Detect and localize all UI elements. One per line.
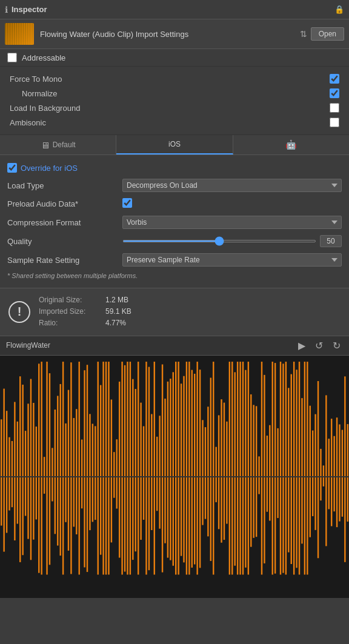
override-row: Override for iOS [7,160,342,176]
waveform-section [0,356,349,598]
quality-slider-wrap: 50 [122,235,342,247]
preload-audio-label: Preload Audio Data* [7,199,122,208]
imported-size-val: 59.1 KB [105,306,131,317]
ios-section: Override for iOS Load Type Decompress On… [0,155,349,288]
sample-rate-control: Preserve Sample Rate Optimize Sample Rat… [122,253,342,267]
addressable-row: Addressable [0,49,349,67]
android-icon: 🤖 [285,139,297,150]
monitor-icon: 🖥 [41,140,50,150]
asset-actions: ⇅ Open [300,27,344,41]
preload-audio-checkbox[interactable] [122,198,132,208]
quality-row: Quality 50 [7,232,342,250]
sample-rate-row: Sample Rate Setting Preserve Sample Rate… [7,250,342,270]
info-icon: ℹ [5,5,8,15]
tab-default[interactable]: 🖥 Default [0,135,116,154]
compression-format-label: Compression Format [7,218,122,227]
force-to-mono-label: Force To Mono [10,75,330,84]
audio-player-name: FlowingWater [6,341,291,350]
compression-format-row: Compression Format Vorbis PCM ADPCM MP3 … [7,213,342,232]
refresh-button[interactable]: ↻ [330,339,343,353]
tabs-row: 🖥 Default iOS 🤖 [0,135,349,155]
original-size-key: Original Size: [39,294,99,306]
load-type-select[interactable]: Decompress On Load Compressed In Memory … [122,179,342,192]
imported-size-key: Imported Size: [39,306,99,317]
quality-slider[interactable] [122,240,316,242]
load-type-row: Load Type Decompress On Load Compressed … [7,176,342,195]
warning-icon: ! [8,301,30,323]
original-size-row: Original Size: 1.2 MB [39,294,131,306]
asset-row: Flowing Water (Audio Clip) Import Settin… [0,19,349,49]
audio-player-bar: FlowingWater ▶ ↺ ↻ [0,336,349,356]
tab-default-label: Default [53,141,76,149]
compression-format-select[interactable]: Vorbis PCM ADPCM MP3 HEVAG [122,216,342,229]
load-type-control: Decompress On Load Compressed In Memory … [122,179,342,192]
ratio-val: 4.77% [105,317,126,329]
force-to-mono-checkbox[interactable] [330,74,339,84]
load-type-label: Load Type [7,181,122,190]
ratio-key: Ratio: [39,317,99,329]
normalize-row: Normalize [10,86,339,101]
loop-button[interactable]: ↺ [313,339,325,353]
sample-rate-select[interactable]: Preserve Sample Rate Optimize Sample Rat… [122,253,342,267]
load-in-background-row: Load In Background [10,101,339,115]
original-size-val: 1.2 MB [105,294,128,306]
addressable-label: Addressable [22,53,65,62]
inspector-title: Inspector [12,5,47,14]
tab-android[interactable]: 🤖 [233,135,349,154]
lock-icon[interactable]: 🔒 [334,5,344,14]
sample-rate-label: Sample Rate Setting [7,256,122,265]
waveform-canvas [0,356,349,598]
load-in-background-checkbox[interactable] [330,103,339,113]
override-label: Override for iOS [21,164,78,173]
normalize-label: Normalize [10,89,330,98]
asset-thumbnail [5,23,34,45]
tab-ios[interactable]: iOS [116,135,233,154]
open-button[interactable]: Open [311,27,344,41]
imported-size-row: Imported Size: 59.1 KB [39,306,131,317]
preload-audio-control [122,198,342,210]
tab-ios-label: iOS [168,140,181,148]
load-in-background-label: Load In Background [10,104,330,113]
ratio-row: Ratio: 4.77% [39,317,131,329]
override-checkbox[interactable] [7,163,17,173]
quality-value: 50 [320,235,342,247]
compression-format-control: Vorbis PCM ADPCM MP3 HEVAG [122,216,342,229]
ambisonic-row: Ambisonic [10,115,339,130]
ambisonic-label: Ambisonic [10,118,330,127]
inspector-header: ℹ Inspector 🔒 [0,0,349,19]
force-to-mono-row: Force To Mono [10,71,339,86]
play-button[interactable]: ▶ [296,339,308,353]
sliders-icon[interactable]: ⇅ [300,29,307,39]
basic-settings: Force To Mono Normalize Load In Backgrou… [0,67,349,135]
preload-audio-row: Preload Audio Data* [7,195,342,213]
quality-label: Quality [7,237,122,246]
asset-name: Flowing Water (Audio Clip) Import Settin… [40,30,300,39]
file-info-section: ! Original Size: 1.2 MB Imported Size: 5… [0,288,349,336]
ambisonic-checkbox[interactable] [330,118,339,127]
normalize-checkbox[interactable] [330,88,339,98]
shared-note: * Shared setting between multiple platfo… [7,270,342,283]
addressable-checkbox[interactable] [7,53,17,62]
file-info-table: Original Size: 1.2 MB Imported Size: 59.… [39,294,131,330]
